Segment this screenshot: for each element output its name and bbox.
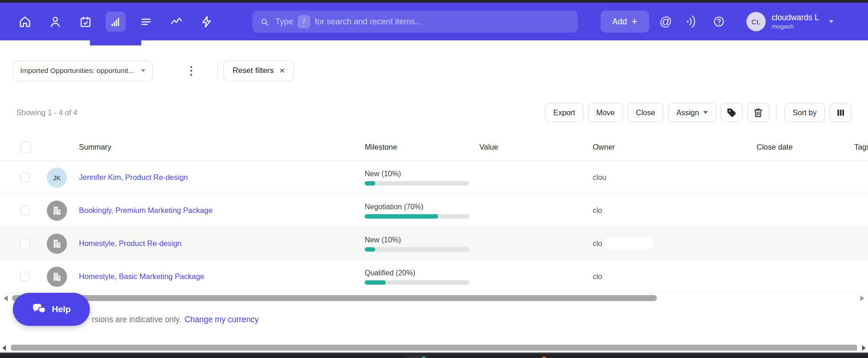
nav-calendar-button[interactable] <box>75 11 95 32</box>
scroll-left-arrow-icon[interactable] <box>4 296 8 301</box>
opportunity-link[interactable]: Bookingly, Premium Marketing Package <box>79 194 212 227</box>
filter-options-menu[interactable] <box>183 61 200 81</box>
calendar-check-icon <box>79 16 92 28</box>
milestone-progress-fill <box>365 181 375 185</box>
help-chat-button[interactable]: Help <box>13 293 90 326</box>
tag-icon <box>726 107 737 118</box>
row-checkbox[interactable] <box>20 272 30 281</box>
tag-button[interactable] <box>721 103 743 122</box>
milestone-label: New (10%) <box>365 169 469 178</box>
saved-filter-dropdown[interactable]: Imported Opportunities: opportunit... <box>13 61 153 81</box>
divider <box>777 104 777 121</box>
column-header-owner: Owner <box>593 133 615 161</box>
table-row[interactable]: Homestyle, Basic Marketing Package Quali… <box>0 260 868 293</box>
user-org: mogash <box>772 23 819 30</box>
reset-filters-button[interactable]: Reset filters ✕ <box>223 60 294 81</box>
opportunity-link[interactable]: Homestyle, Basic Marketing Package <box>79 260 204 293</box>
milestone-label: New (10%) <box>365 235 469 244</box>
table-horizontal-scrollbar[interactable] <box>0 294 868 302</box>
export-button[interactable]: Export <box>545 103 584 122</box>
chat-bubbles-icon <box>32 303 46 315</box>
building-icon <box>51 271 62 282</box>
scroll-right-arrow-icon[interactable] <box>862 345 866 351</box>
broadcast-button[interactable] <box>682 11 702 32</box>
search-type-label: Type <box>275 17 293 27</box>
chevron-down-icon <box>829 20 834 23</box>
row-checkbox[interactable] <box>20 206 30 215</box>
chevron-down-icon <box>703 111 708 114</box>
change-currency-link[interactable]: Change my currency <box>184 315 258 324</box>
currency-note-line: rsions are indicative only.Change my cur… <box>92 315 259 324</box>
milestone-progress-fill <box>365 247 375 252</box>
nav-sales-activity-button[interactable] <box>166 11 186 32</box>
saved-filter-label: Imported Opportunities: opportunit... <box>20 67 134 75</box>
scroll-left-arrow-icon[interactable] <box>2 345 6 351</box>
milestone-progress-bar <box>365 214 469 218</box>
milestone-progress-bar <box>365 280 469 285</box>
question-circle-icon <box>713 16 725 28</box>
columns-button[interactable] <box>829 103 851 122</box>
table-row[interactable]: Bookingly, Premium Marketing Package Neg… <box>0 194 868 227</box>
row-avatar: JK <box>47 168 67 188</box>
help-menu-button[interactable] <box>709 11 729 32</box>
row-avatar <box>47 234 67 254</box>
sort-by-button[interactable]: Sort by <box>785 103 825 122</box>
close-opportunity-button[interactable]: Close <box>628 103 663 122</box>
select-all-checkbox[interactable] <box>20 141 31 152</box>
nav-contacts-button[interactable] <box>45 11 65 32</box>
opportunity-link[interactable]: Homestyle, Product Re-design <box>79 227 182 260</box>
scroll-right-arrow-icon[interactable] <box>860 296 864 301</box>
nav-lists-button[interactable] <box>136 11 156 32</box>
currency-note: rsions are indicative only. <box>92 315 181 324</box>
columns-icon <box>835 107 846 118</box>
page-horizontal-scrollbar[interactable] <box>0 344 868 352</box>
table-body: JK Jennifer Kim, Product Re-design New (… <box>0 161 868 293</box>
milestone-cell: New (10%) <box>365 235 469 252</box>
filter-bar: Imported Opportunities: opportunit... Re… <box>13 60 294 81</box>
column-header-milestone: Milestone <box>365 133 397 161</box>
search-placeholder: for search and recent items... <box>315 17 422 27</box>
top-nav: Type / for search and recent items... Ad… <box>0 3 868 40</box>
nav-home-button[interactable] <box>15 11 35 32</box>
row-avatar <box>47 201 67 221</box>
lightning-icon <box>200 16 213 28</box>
avatar: CL <box>746 12 766 31</box>
home-icon <box>19 16 31 28</box>
milestone-progress-bar <box>365 247 469 252</box>
search-icon <box>260 17 269 27</box>
table-row[interactable]: JK Jennifer Kim, Product Re-design New (… <box>0 161 868 194</box>
milestone-progress-fill <box>365 214 438 218</box>
add-button[interactable]: Add + <box>601 11 649 33</box>
building-icon <box>51 238 62 249</box>
building-icon <box>51 205 62 216</box>
nav-analytics-button[interactable] <box>106 11 126 32</box>
list-lines-icon <box>140 16 152 28</box>
owner-overlay-pill <box>603 237 654 250</box>
chevron-down-icon <box>141 69 145 72</box>
assign-button[interactable]: Assign <box>668 103 716 122</box>
column-header-summary: Summary <box>79 133 111 161</box>
scrollbar-thumb[interactable] <box>11 345 857 351</box>
user-menu[interactable]: CL cloudwards L mogash <box>746 12 834 31</box>
mentions-button[interactable]: @ <box>656 11 676 32</box>
bar-chart-icon <box>110 16 122 28</box>
nav-automation-button[interactable] <box>196 11 217 32</box>
row-avatar <box>47 267 67 287</box>
milestone-cell: New (10%) <box>365 169 469 185</box>
taskbar-top-edge <box>0 352 868 358</box>
owner-cell: clou <box>593 161 606 194</box>
row-checkbox[interactable] <box>20 173 30 182</box>
row-checkbox[interactable] <box>20 239 30 248</box>
table-header: Summary Milestone Value Owner Close date… <box>0 133 868 161</box>
milestone-progress-bar <box>365 181 469 185</box>
move-button[interactable]: Move <box>588 103 623 122</box>
delete-button[interactable] <box>747 103 769 122</box>
table-row[interactable]: Homestyle, Product Re-design New (10%) c… <box>0 227 868 260</box>
opportunity-link[interactable]: Jennifer Kim, Product Re-design <box>79 161 188 194</box>
global-search-input[interactable]: Type / for search and recent items... <box>252 11 578 33</box>
column-header-close-date: Close date <box>757 133 793 161</box>
close-icon: ✕ <box>279 67 285 75</box>
owner-cell: clo <box>593 227 602 260</box>
list-toolbar: Showing 1 - 4 of 4 Export Move Close Ass… <box>17 103 851 122</box>
scrollbar-thumb[interactable] <box>12 295 657 301</box>
